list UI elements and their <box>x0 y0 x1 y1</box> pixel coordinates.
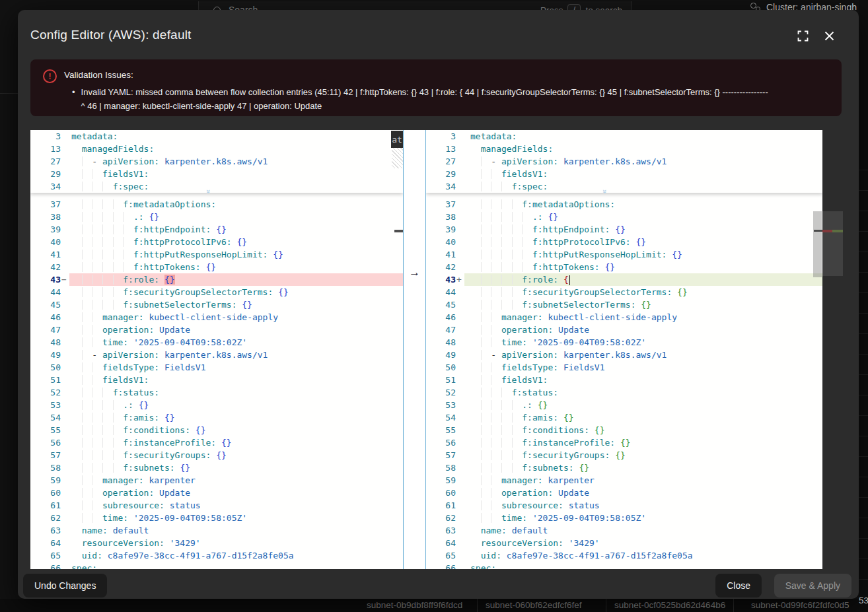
line-number: 51 <box>30 374 69 386</box>
code-line-right-45[interactable]: 45 f:subnetSelectorTerms: {} <box>426 298 822 311</box>
code-line-left-51[interactable]: 51 fieldsV1: <box>30 374 403 386</box>
code-line-left-42[interactable]: 42 f:httpTokens: {} <box>30 261 403 273</box>
code-line-right-66[interactable]: 66spec: <box>426 562 822 569</box>
sticky-scroll[interactable]: 3metadata:13 managedFields:27 - apiVersi… <box>30 130 403 193</box>
code-line-right-50[interactable]: 50 fieldsType: FieldsV1 <box>426 361 822 374</box>
code-line-right-63[interactable]: 63 name: default <box>426 524 822 537</box>
code-line-right-51[interactable]: 51 fieldsV1: <box>426 374 822 386</box>
cluster-selector[interactable]: Cluster: anirban-singh <box>750 2 857 10</box>
code-line-left-43[interactable]: 43− f:role: {} <box>30 273 403 286</box>
code-line-left-37[interactable]: 37 f:metadataOptions: <box>30 198 403 211</box>
code-line-right-46[interactable]: 46 manager: kubectl-client-side-apply <box>426 311 822 323</box>
code-line-left-27[interactable]: 27 - apiVersion: karpenter.k8s.aws/v1 <box>30 155 403 168</box>
diff-sash[interactable]: → <box>403 130 426 569</box>
code-line-left-46[interactable]: 46 manager: kubectl-client-side-apply <box>30 311 403 323</box>
code-line-left-40[interactable]: 40 f:httpProtocolIPv6: {} <box>30 236 403 248</box>
code-line-right-56[interactable]: 56 f:instanceProfile: {} <box>426 436 822 449</box>
code-line-left-57[interactable]: 57 f:securityGroups: {} <box>30 449 403 461</box>
code-line-left-55[interactable]: 55 f:conditions: {} <box>30 424 403 436</box>
code-line-right-27[interactable]: 27 - apiVersion: karpenter.k8s.aws/v1 <box>426 155 822 168</box>
code-line-right-62[interactable]: 62 time: '2025-09-04T09:58:05Z' <box>426 512 822 524</box>
subnet-cell: subnet-0cf0525bd62d464b6 <box>614 600 725 610</box>
code-line-right-29[interactable]: 29 fieldsV1: <box>426 168 822 180</box>
code-line-right-37[interactable]: 37 f:metadataOptions: <box>426 198 822 211</box>
code-line-right-34[interactable]: 34 f:spec: <box>426 180 822 193</box>
code-line-left-58[interactable]: 58 f:subnets: {} <box>30 461 403 474</box>
code-line-right-64[interactable]: 64 resourceVersion: '3429' <box>426 537 822 549</box>
line-number: 60 <box>426 487 464 499</box>
vertical-scrollbar[interactable] <box>813 211 822 277</box>
code-line-right-44[interactable]: 44 f:securityGroupSelectorTerms: {} <box>426 286 822 298</box>
code-line-right-40[interactable]: 40 f:httpProtocolIPv6: {} <box>426 236 822 248</box>
code-line-left-63[interactable]: 63 name: default <box>30 524 403 537</box>
code-area[interactable]: 37 f:metadataOptions:38 .: {}39 f:httpEn… <box>426 198 822 569</box>
code-line-left-49[interactable]: 49 - apiVersion: karpenter.k8s.aws/v1 <box>30 349 403 361</box>
line-number: 34 <box>30 180 69 193</box>
code-line-left-38[interactable]: 38 .: {} <box>30 211 403 223</box>
code-line-right-13[interactable]: 13 managedFields: <box>426 143 822 155</box>
close-icon[interactable] <box>822 28 836 43</box>
code-line-left-62[interactable]: 62 time: '2025-09-04T09:58:05Z' <box>30 512 403 524</box>
code-line-right-58[interactable]: 58 f:subnets: {} <box>426 461 822 474</box>
line-number: 38 <box>426 211 464 223</box>
code-line-left-45[interactable]: 45 f:subnetSelectorTerms: {} <box>30 298 403 311</box>
close-button[interactable]: Close <box>715 574 762 597</box>
code-line-right-41[interactable]: 41 f:httpPutResponseHopLimit: {} <box>426 248 822 261</box>
sticky-scroll[interactable]: 3metadata:13 managedFields:27 - apiVersi… <box>426 130 822 193</box>
code-line-right-53[interactable]: 53 .: {} <box>426 399 822 411</box>
code-line-left-13[interactable]: 13 managedFields: <box>30 143 403 155</box>
code-line-right-43[interactable]: 43+ f:role: { <box>426 273 822 286</box>
line-number: 13 <box>30 143 69 155</box>
code-line-right-60[interactable]: 60 operation: Update <box>426 487 822 499</box>
diff-overview-ruler[interactable] <box>822 130 843 569</box>
line-number: 37 <box>30 198 69 211</box>
global-search[interactable]: Search Press / to search <box>198 1 632 10</box>
code-line-left-54[interactable]: 54 f:amis: {} <box>30 411 403 424</box>
code-line-right-49[interactable]: 49 - apiVersion: karpenter.k8s.aws/v1 <box>426 349 822 361</box>
code-line-left-39[interactable]: 39 f:httpEndpoint: {} <box>30 223 403 236</box>
diff-pane-modified[interactable]: 37 f:metadataOptions:38 .: {}39 f:httpEn… <box>426 130 822 569</box>
subnet-cell: subnet-0d99fc6f2fdfc0d5 <box>751 600 850 610</box>
code-line-left-53[interactable]: 53 .: {} <box>30 399 403 411</box>
code-line-right-38[interactable]: 38 .: {} <box>426 211 822 223</box>
code-line-left-29[interactable]: 29 fieldsV1: <box>30 168 403 180</box>
fold-chevron-icon[interactable]: » <box>205 189 213 192</box>
code-line-left-34[interactable]: 34 f:spec: <box>30 180 403 193</box>
code-line-right-65[interactable]: 65 uid: c8afe97e-38cc-4f91-a767-d15f2a8f… <box>426 549 822 562</box>
code-line-left-52[interactable]: 52 f:status: <box>30 386 403 399</box>
code-line-right-48[interactable]: 48 time: '2025-09-04T09:58:02Z' <box>426 336 822 349</box>
code-line-left-59[interactable]: 59 manager: karpenter <box>30 474 403 487</box>
code-area[interactable]: 37 f:metadataOptions:38 .: {}39 f:httpEn… <box>30 198 403 569</box>
undo-changes-button[interactable]: Undo Changes <box>23 574 107 597</box>
revert-arrow-icon[interactable]: → <box>404 266 425 279</box>
code-line-left-65[interactable]: 65 uid: c8afe97e-38cc-4f91-a767-d15f2a8f… <box>30 549 403 562</box>
line-number: 52 <box>30 386 69 399</box>
fullscreen-icon[interactable] <box>795 28 810 43</box>
code-line-left-48[interactable]: 48 time: '2025-09-04T09:58:02Z' <box>30 336 403 349</box>
code-line-left-50[interactable]: 50 fieldsType: FieldsV1 <box>30 361 403 374</box>
code-line-right-59[interactable]: 59 manager: karpenter <box>426 474 822 487</box>
line-number: 54 <box>426 411 464 424</box>
overview-ruler-thumb[interactable] <box>822 211 843 276</box>
search-input[interactable]: Search <box>229 5 258 10</box>
code-line-left-3[interactable]: 3metadata: <box>30 130 403 143</box>
code-line-right-3[interactable]: 3metadata: <box>426 130 822 143</box>
code-line-right-47[interactable]: 47 operation: Update <box>426 323 822 336</box>
code-line-right-39[interactable]: 39 f:httpEndpoint: {} <box>426 223 822 236</box>
code-line-left-41[interactable]: 41 f:httpPutResponseHopLimit: {} <box>30 248 403 261</box>
fold-chevron-icon[interactable]: » <box>601 189 609 192</box>
code-line-left-56[interactable]: 56 f:instanceProfile: {} <box>30 436 403 449</box>
code-line-right-52[interactable]: 52 f:status: <box>426 386 822 399</box>
code-line-left-66[interactable]: 66spec: <box>30 562 403 569</box>
code-line-right-61[interactable]: 61 subresource: status <box>426 499 822 512</box>
code-line-right-54[interactable]: 54 f:amis: {} <box>426 411 822 424</box>
diff-pane-original[interactable]: 37 f:metadataOptions:38 .: {}39 f:httpEn… <box>30 130 403 569</box>
code-line-left-61[interactable]: 61 subresource: status <box>30 499 403 512</box>
code-line-left-64[interactable]: 64 resourceVersion: '3429' <box>30 537 403 549</box>
code-line-right-42[interactable]: 42 f:httpTokens: {} <box>426 261 822 273</box>
code-line-left-44[interactable]: 44 f:securityGroupSelectorTerms: {} <box>30 286 403 298</box>
code-line-left-47[interactable]: 47 operation: Update <box>30 323 403 336</box>
code-line-right-55[interactable]: 55 f:conditions: {} <box>426 424 822 436</box>
code-line-left-60[interactable]: 60 operation: Update <box>30 487 403 499</box>
code-line-right-57[interactable]: 57 f:securityGroups: {} <box>426 449 822 461</box>
